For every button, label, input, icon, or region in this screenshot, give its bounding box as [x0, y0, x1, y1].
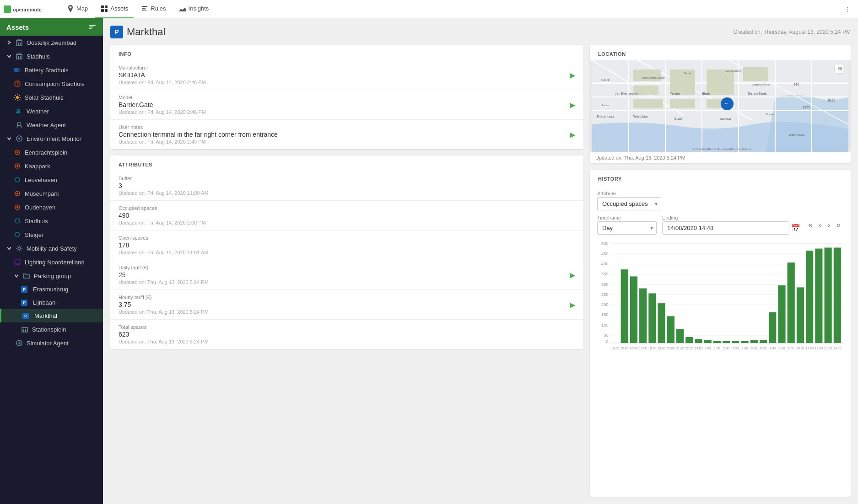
sidebar-item-erasmusbrug[interactable]: P Erasmusbrug	[0, 283, 103, 296]
sidebar-item-stationsplein[interactable]: Stationsplein	[0, 322, 103, 336]
svg-rect-48	[23, 329, 24, 332]
sidebar-item-parking-group[interactable]: Parking group	[0, 269, 103, 283]
sidebar-item-lighting-noordereiland[interactable]: Lighting Noordereiland	[0, 255, 103, 269]
timeframe-select[interactable]: Day Week Month	[597, 221, 657, 235]
map-container[interactable]: Gorilli Boekhandel Snoek Siegte Kubuswon…	[590, 60, 851, 152]
svg-point-30	[18, 138, 20, 139]
manufacturer-label: Manufacturer	[119, 65, 570, 70]
next-button[interactable]: ›	[825, 219, 833, 231]
sidebar-item-environment-monitor[interactable]: Environment Monitor	[0, 132, 103, 145]
attribute-select-group: Attribute Occupied spaces ▾	[597, 191, 661, 210]
hourly-tariff-arrow[interactable]: ▶	[570, 300, 575, 309]
svg-line-25	[19, 95, 20, 96]
history-controls: Attribute Occupied spaces ▾	[590, 185, 851, 240]
sidebar-item-oostelijk[interactable]: Oostelijk zwembad	[0, 36, 103, 49]
nav-assets[interactable]: Assets	[95, 0, 134, 18]
solar-icon	[14, 94, 21, 101]
building-icon	[21, 326, 28, 333]
svg-rect-70	[670, 99, 695, 108]
sidebar-item-kaappark[interactable]: Kaappark	[0, 159, 103, 173]
prev-button[interactable]: ‹	[816, 219, 824, 231]
svg-rect-128	[695, 339, 702, 343]
map-svg: Gorilli Boekhandel Snoek Siegte Kubuswon…	[590, 60, 851, 152]
map-updated: Updated on: Thu, Aug 13, 2020 5:24 PM	[590, 152, 851, 163]
svg-text:Brievenbuss: Brievenbuss	[597, 115, 615, 118]
svg-rect-6	[16, 41, 22, 45]
manufacturer-arrow[interactable]: ▶	[570, 71, 575, 80]
svg-text:14:00: 14:00	[611, 347, 620, 350]
svg-text:⊕: ⊕	[838, 65, 842, 72]
svg-text:Siegte: Siegte	[684, 72, 692, 75]
sidebar-item-weather[interactable]: Weather	[0, 104, 103, 118]
svg-text:21:00: 21:00	[676, 347, 684, 350]
occupied-spaces-value: 490	[119, 212, 575, 219]
sidebar-item-weather-agent[interactable]: Weather Agent	[0, 118, 103, 132]
nav-more-button[interactable]: ⋮	[841, 2, 854, 16]
next-next-button[interactable]: »	[834, 219, 843, 231]
daily-tariff-arrow[interactable]: ▶	[570, 271, 575, 279]
sidebar-item-eendrachtsplein[interactable]: Eendrachtsplein	[0, 145, 103, 159]
chevron-down-icon	[6, 136, 12, 141]
svg-rect-121	[630, 276, 637, 343]
top-nav: openremote Map Assets Rules Insights ⋮	[0, 0, 858, 18]
sidebar-item-steiger[interactable]: Steiger	[0, 228, 103, 241]
sidebar-item-stadhuis2[interactable]: Stadhuis	[0, 214, 103, 228]
sidebar-item-markthal[interactable]: P Markthal	[0, 309, 103, 322]
svg-text:6:00: 6:00	[760, 347, 766, 350]
total-spaces-label: Total spaces	[119, 324, 575, 330]
attribute-select[interactable]: Occupied spaces	[597, 197, 661, 210]
sidebar-item-stadhuis[interactable]: Stadhuis	[0, 49, 103, 63]
svg-rect-125	[667, 316, 675, 343]
sidebar-item-mobility-safety[interactable]: Mobility and Safety	[0, 241, 103, 255]
calendar-icon[interactable]: 📅	[791, 224, 800, 232]
sidebar-item-simulator-agent[interactable]: Simulator Agent	[0, 336, 103, 350]
usernotes-label: User notes	[119, 124, 570, 130]
nav-map[interactable]: Map	[61, 0, 93, 18]
svg-text:Yendor: Yendor	[670, 92, 680, 95]
nav-rules[interactable]: Rules	[135, 0, 171, 18]
sidebar-item-solar-stadhuis[interactable]: Solar Stadhuis	[0, 91, 103, 104]
content-area: P Markthal Created on: Thursday, August …	[103, 18, 858, 504]
svg-line-24	[19, 99, 20, 100]
svg-text:9:00: 9:00	[788, 347, 794, 350]
p-icon: P	[22, 313, 29, 319]
svg-text:20:00: 20:00	[667, 347, 675, 350]
model-arrow[interactable]: ▶	[570, 101, 575, 109]
svg-text:22:00: 22:00	[685, 347, 693, 350]
buffer-updated: Updated on: Fri, Aug 14, 2020 11:00 AM	[119, 190, 575, 196]
sidebar-item-oudehaven[interactable]: Oudehaven	[0, 200, 103, 214]
svg-text:18:00: 18:00	[648, 347, 657, 350]
sidebar: Assets Oostelijk zwembad Stadhuis Batter…	[0, 18, 103, 504]
svg-text:500: 500	[601, 241, 608, 246]
consumption-icon	[14, 80, 21, 87]
manufacturer-value: SKIDATA	[119, 71, 570, 79]
svg-rect-2	[101, 5, 104, 8]
timeframe-select-wrapper[interactable]: Day Week Month ▾	[597, 221, 657, 235]
nav-insights[interactable]: Insights	[173, 0, 215, 18]
ending-date-input[interactable]	[662, 221, 789, 235]
filter-icon[interactable]	[88, 23, 97, 31]
hourly-tariff-updated: Updated on: Thu, Aug 13, 2020 5:24 PM	[119, 309, 570, 315]
manufacturer-updated: Updated on: Fri, Aug 14, 2020 2:46 PM	[119, 80, 570, 85]
svg-rect-129	[704, 340, 712, 343]
folder-icon	[23, 272, 30, 279]
attribute-select-wrapper[interactable]: Occupied spaces ▾	[597, 197, 661, 210]
daily-tariff-label: Daily tariff (€)	[119, 265, 570, 270]
sidebar-item-consumption-stadhuis[interactable]: Consumption Stadhuis	[0, 77, 103, 91]
battery-icon	[14, 66, 21, 74]
monitor-icon	[16, 135, 23, 142]
svg-rect-11	[18, 56, 19, 59]
sidebar-item-museumpark[interactable]: Museumpark	[0, 187, 103, 200]
sidebar-item-battery-stadhuis[interactable]: Battery Stadhuis	[0, 63, 103, 77]
usernotes-arrow[interactable]: ▶	[570, 130, 575, 139]
svg-rect-9	[17, 39, 21, 41]
history-section-title: HISTORY	[590, 170, 851, 185]
sidebar-item-lijnbaan[interactable]: P Lijnbaan	[0, 296, 103, 309]
weather-icon	[16, 107, 23, 115]
sidebar-item-leuvehaven[interactable]: Leuvehaven	[0, 173, 103, 187]
svg-rect-135	[760, 340, 767, 343]
history-chart: 500 450 400 350 300 250 200 150 100 50 0	[595, 240, 845, 354]
history-card: HISTORY Attribute Occupied spaces ▾	[590, 170, 851, 497]
prev-prev-button[interactable]: «	[806, 219, 815, 231]
svg-text:Wastblaak: Wastblaak	[633, 115, 648, 118]
